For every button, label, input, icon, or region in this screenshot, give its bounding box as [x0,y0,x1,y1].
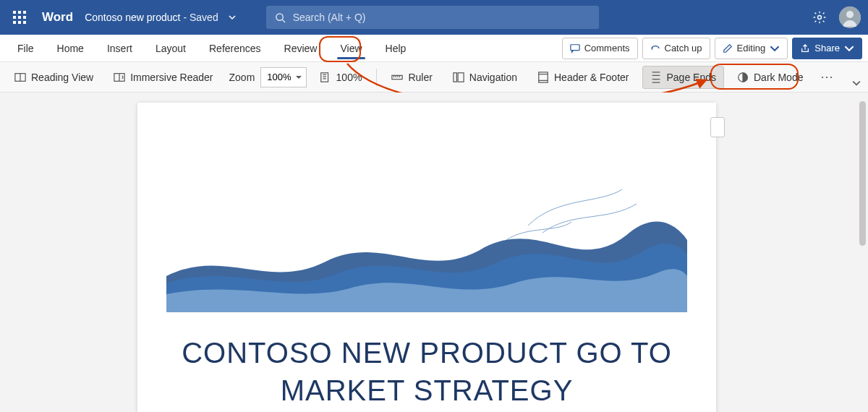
svg-rect-6 [13,21,16,24]
tab-references[interactable]: References [197,35,273,62]
svg-rect-3 [13,16,16,19]
svg-point-9 [276,13,283,20]
share-button[interactable]: Share [792,38,862,59]
tab-help[interactable]: Help [374,35,418,62]
immersive-reader-button[interactable]: Immersive Reader [106,66,220,89]
chevron-down-icon [844,43,854,53]
document-hero-image [166,182,687,312]
svg-rect-0 [13,11,16,14]
document-page[interactable]: CONTOSO NEW PRODUCT GO TO MARKET STRATEG… [137,103,716,412]
reading-view-button[interactable]: Reading View [7,66,101,89]
page-ends-button[interactable]: Page Ends [642,66,725,89]
user-avatar[interactable] [839,7,861,28]
app-launcher-icon[interactable] [7,5,32,30]
chevron-down-icon[interactable] [226,11,239,24]
document-workspace: CONTOSO NEW PRODUCT GO TO MARKET STRATEG… [0,93,868,412]
doc-save-status: - Saved [183,12,218,23]
ribbon-collapse-icon[interactable] [852,77,861,90]
svg-rect-5 [23,16,26,19]
tab-file[interactable]: File [6,35,46,62]
catch-up-button[interactable]: Catch up [642,38,710,59]
search-placeholder: Search (Alt + Q) [293,12,366,23]
svg-point-10 [818,16,822,20]
chevron-down-icon [770,43,780,53]
svg-rect-1 [18,11,21,14]
zoom-select[interactable]: 100% [260,67,306,87]
svg-rect-8 [23,21,26,24]
divider [376,69,377,86]
document-heading: CONTOSO NEW PRODUCT GO TO MARKET STRATEG… [137,327,716,409]
svg-rect-4 [18,16,21,19]
tab-insert[interactable]: Insert [95,35,144,62]
page-tab-handle[interactable] [710,117,725,137]
settings-gear-icon[interactable] [809,7,830,28]
tab-view[interactable]: View [328,35,373,62]
comments-button[interactable]: Comments [562,38,638,59]
ruler-button[interactable]: Ruler [384,66,439,89]
header-footer-button[interactable]: Header & Footer [530,66,637,89]
ribbon-tabs: File Home Insert Layout References Revie… [0,35,868,62]
doc-title: Contoso new product [85,12,180,23]
svg-rect-2 [23,11,26,14]
app-name: Word [42,10,73,25]
svg-rect-13 [571,44,579,50]
vertical-scrollbar[interactable] [859,101,866,246]
tab-layout[interactable]: Layout [144,35,197,62]
svg-rect-18 [454,72,456,81]
svg-point-12 [846,11,854,18]
tab-review[interactable]: Review [273,35,329,62]
zoom-label: Zoom [229,72,255,83]
dark-mode-button[interactable]: Dark Mode [730,66,810,89]
svg-rect-19 [458,72,464,81]
zoom-100-button[interactable]: 100% [312,66,370,89]
editing-mode-button[interactable]: Editing [715,38,788,59]
svg-rect-7 [18,21,21,24]
doc-title-group[interactable]: Contoso new product - Saved [85,11,239,24]
search-input[interactable]: Search (Alt + Q) [266,6,599,29]
tab-home[interactable]: Home [46,35,95,62]
svg-rect-16 [320,72,328,81]
title-bar: Word Contoso new product - Saved Search … [0,0,868,35]
ribbon-view: Reading View Immersive Reader Zoom 100% … [0,62,868,93]
navigation-button[interactable]: Navigation [446,66,524,89]
ribbon-more-icon[interactable]: ··· [820,69,833,85]
